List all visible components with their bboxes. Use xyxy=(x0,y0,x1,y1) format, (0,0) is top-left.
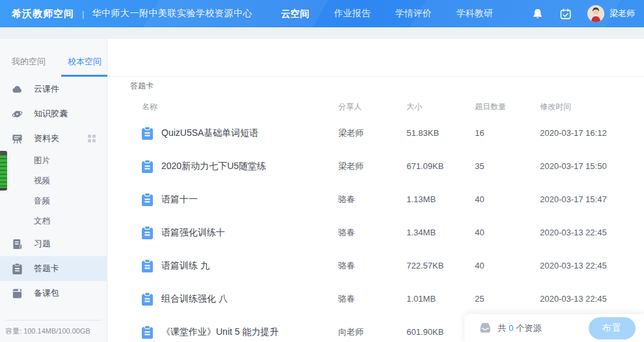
table-header: 名称 分享人 大小 题目数量 修改时间 xyxy=(107,97,644,116)
sidebar-item-label: 资料夹 xyxy=(34,133,59,144)
capacity-label: 容量: xyxy=(5,327,21,335)
table-body: QuizU5SA基础单词短语 梁老师 51.83KB 16 2020-03-17… xyxy=(107,116,644,342)
main-panel: 答题卡 名称 分享人 大小 题目数量 修改时间 QuizU5SA基础单词短语 梁… xyxy=(107,39,644,342)
avatar xyxy=(587,5,604,22)
resource-count-text: 共 0 个资源 xyxy=(498,322,541,334)
capacity-value: 100.14MB/100.00GB xyxy=(23,327,90,335)
sidebar-item-label: 知识胶囊 xyxy=(34,108,68,120)
sidebar-item-label: 音频 xyxy=(34,196,50,207)
file-name-cell: 组合训练强化 八 xyxy=(142,293,338,306)
sharer: 梁老师 xyxy=(338,127,407,139)
file-size: 1.13MB xyxy=(407,194,475,204)
file-size: 51.83KB xyxy=(407,128,475,138)
file-size: 671.09KB xyxy=(407,161,475,171)
header-nav-item[interactable]: 学科教研 xyxy=(456,8,492,20)
answer-sheet-file-icon xyxy=(142,293,153,306)
sidebar-item-label: 文档 xyxy=(34,216,50,227)
modified-time: 2020-03-13 22:45 xyxy=(540,228,644,237)
screen-widget-battery[interactable] xyxy=(0,151,7,191)
modified-time: 2020-03-17 15:50 xyxy=(540,161,644,171)
resource-count-prefix: 共 xyxy=(498,322,506,334)
capsule-icon xyxy=(12,109,23,120)
answer-sheet-file-icon xyxy=(142,326,153,339)
top-header: 希沃教师空间 | 华中师大一附中美联实验学校资源中心 云空间作业报告学情评价学科… xyxy=(0,0,644,27)
user-menu[interactable]: 梁老师 xyxy=(587,5,635,22)
grid-icon[interactable] xyxy=(87,134,96,143)
column-question-count: 题目数量 xyxy=(475,101,540,112)
sidebar-item[interactable]: 文档 xyxy=(0,211,107,231)
space-tab[interactable]: 校本空间 xyxy=(61,56,108,77)
clipboard-icon xyxy=(12,263,23,274)
file-name-cell: 语篇训练 九 xyxy=(142,259,338,272)
file-name: 语篇十一 xyxy=(161,194,198,205)
sidebar-item[interactable]: 知识胶囊 xyxy=(0,101,107,126)
sidebar-item-label: 答题卡 xyxy=(34,263,59,274)
file-name: 2020新动力七下U5随堂练 xyxy=(161,161,266,172)
sidebar-item[interactable]: 视频 xyxy=(0,171,107,191)
modified-time: 2020-03-13 22:45 xyxy=(540,261,644,270)
file-size: 1.01MB xyxy=(407,294,475,304)
file-name: 语篇强化训练十 xyxy=(161,227,225,239)
bell-icon[interactable] xyxy=(531,8,544,20)
sidebar-item[interactable]: 音频 xyxy=(0,191,107,211)
question-count: 25 xyxy=(475,294,540,304)
exercise-icon xyxy=(12,239,23,250)
answer-sheet-file-icon xyxy=(142,259,153,272)
sidebar-menu: 云课件 知识胶囊 资料夹 图片 视频 音频 文档 习题 答题卡 备课包 xyxy=(0,77,107,306)
school-name: 华中师大一附中美联实验学校资源中心 xyxy=(92,8,252,20)
app-window: 希沃教师空间 | 华中师大一附中美联实验学校资源中心 云空间作业报告学情评价学科… xyxy=(0,0,644,342)
sidebar-item[interactable]: 备课包 xyxy=(0,281,107,306)
space-tabs: 我的空间校本空间 xyxy=(0,39,107,77)
table-row[interactable]: 2020新动力七下U5随堂练 梁老师 671.09KB 35 2020-03-1… xyxy=(107,150,644,183)
brand-divider: | xyxy=(82,9,84,19)
capacity-divider xyxy=(5,320,101,321)
sidebar-item-label: 云课件 xyxy=(34,83,59,95)
header-nav-item[interactable]: 云空间 xyxy=(281,8,310,20)
capacity-footer: 容量: 100.14MB/100.00GB xyxy=(0,313,107,342)
table-row[interactable]: 语篇强化训练十 骆春 1.34MB 40 2020-03-13 22:45 xyxy=(107,216,644,249)
sharer: 骆春 xyxy=(338,194,407,205)
table-row[interactable]: 组合训练强化 八 骆春 1.01MB 25 2020-03-13 22:45 xyxy=(107,282,644,315)
sidebar: 我的空间校本空间 云课件 知识胶囊 资料夹 图片 视频 音频 文档 习题 答题卡… xyxy=(0,39,107,342)
sidebar-item[interactable]: 答题卡 xyxy=(0,256,107,281)
sharer: 骆春 xyxy=(338,227,407,239)
sharer: 梁老师 xyxy=(338,161,407,172)
table-row[interactable]: QuizU5SA基础单词短语 梁老师 51.83KB 16 2020-03-17… xyxy=(107,116,644,150)
file-name-cell: QuizU5SA基础单词短语 xyxy=(142,127,338,140)
modified-time: 2020-03-17 15:47 xyxy=(540,194,644,204)
header-nav-item[interactable]: 作业报告 xyxy=(334,8,370,20)
header-nav-item[interactable]: 学情评价 xyxy=(395,8,431,20)
sidebar-item[interactable]: 资料夹 xyxy=(0,126,107,151)
main-top-spacer xyxy=(107,39,644,77)
sidebar-item-label: 图片 xyxy=(34,155,50,166)
tray-icon xyxy=(479,322,492,334)
assign-button[interactable]: 布置 xyxy=(589,317,636,339)
board-icon xyxy=(12,133,23,144)
file-name-cell: 《课堂作业》Unit 5 能力提升 xyxy=(142,326,338,339)
file-name-cell: 语篇十一 xyxy=(142,193,338,206)
file-name-cell: 2020新动力七下U5随堂练 xyxy=(142,160,338,173)
sidebar-item-label: 备课包 xyxy=(34,287,59,299)
sidebar-item-label: 视频 xyxy=(34,176,50,187)
capacity-text: 容量: 100.14MB/100.00GB xyxy=(5,326,101,336)
answer-sheet-file-icon xyxy=(142,226,153,239)
column-name: 名称 xyxy=(142,101,338,112)
answer-sheet-file-icon xyxy=(142,193,153,206)
table-row[interactable]: 语篇训练 九 骆春 722.57KB 40 2020-03-13 22:45 xyxy=(107,249,644,282)
answer-sheet-file-icon xyxy=(142,160,153,173)
sharer: 骆春 xyxy=(338,260,407,272)
sidebar-item[interactable]: 习题 xyxy=(0,231,107,256)
resource-count-suffix: 个资源 xyxy=(516,322,541,334)
cloud-icon xyxy=(12,84,23,95)
sidebar-item[interactable]: 云课件 xyxy=(0,77,107,101)
sidebar-item[interactable]: 图片 xyxy=(0,151,107,171)
answer-sheet-file-icon xyxy=(142,127,153,140)
brand-title: 希沃教师空间 xyxy=(12,8,74,20)
table-row[interactable]: 语篇十一 骆春 1.13MB 40 2020-03-17 15:47 xyxy=(107,183,644,216)
question-count: 35 xyxy=(475,161,540,171)
space-tab[interactable]: 我的空间 xyxy=(9,56,48,77)
question-count: 40 xyxy=(475,261,540,270)
resource-count-value: 0 xyxy=(509,323,513,333)
file-name: 语篇训练 九 xyxy=(161,260,209,272)
calendar-check-icon[interactable] xyxy=(559,8,572,20)
